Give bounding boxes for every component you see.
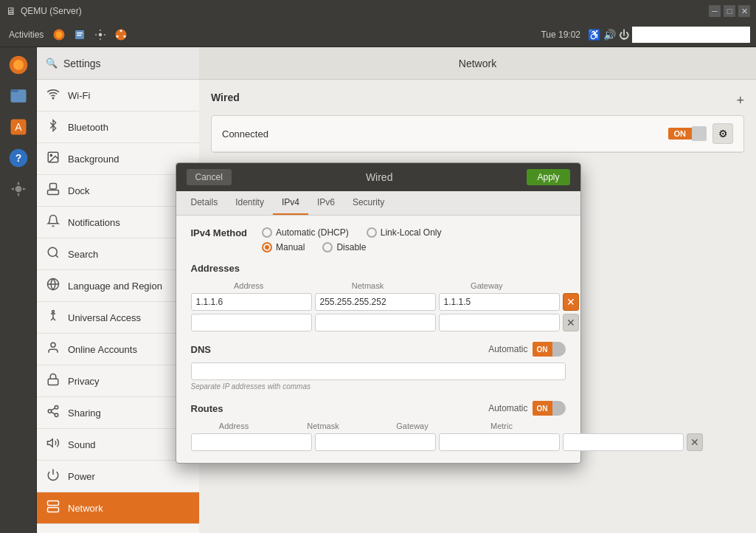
dock-appstore[interactable]: A — [4, 112, 33, 142]
sidebar-language-label: Language and Region — [68, 281, 162, 292]
routes-netmask-input[interactable] — [315, 433, 436, 451]
svg-rect-23 — [50, 184, 57, 190]
dialog-title: Wired — [232, 171, 527, 183]
address-input-2[interactable] — [191, 314, 312, 331]
svg-line-35 — [51, 408, 55, 410]
disable-radio[interactable] — [322, 242, 333, 252]
apply-button[interactable]: Apply — [527, 169, 569, 185]
col-gateway-label: Gateway — [429, 281, 544, 290]
routes-gateway-input[interactable] — [439, 433, 560, 451]
netmask-input-1[interactable] — [315, 293, 436, 311]
remove-row-1-button[interactable]: ✕ — [563, 293, 579, 311]
add-wired-button[interactable]: + — [736, 93, 744, 109]
activities-button[interactable]: Activities — [3, 27, 49, 43]
wired-settings-button[interactable]: ⚙ — [712, 123, 733, 144]
link-local-radio[interactable] — [367, 227, 377, 238]
bell-icon — [46, 214, 60, 230]
wired-section-title: Wired — [211, 92, 240, 103]
routes-toggle[interactable]: ON — [533, 401, 566, 416]
search-icon — [46, 246, 60, 262]
manual-radio[interactable] — [262, 242, 272, 252]
gateway-input-2[interactable] — [439, 314, 560, 331]
dns-hint: Separate IP addresses with commas — [191, 382, 566, 391]
sidebar-item-network[interactable]: Network — [37, 492, 199, 524]
method-row-1: Automatic (DHCP) Link-Local Only — [262, 227, 441, 238]
power-icon — [46, 468, 60, 484]
sidebar-accounts-label: Online Accounts — [68, 344, 137, 355]
dock-settings[interactable] — [4, 174, 33, 204]
taskbar-search-input[interactable] — [632, 27, 750, 43]
dialog-tabs: Details Identity IPv4 IPv6 Security — [176, 191, 580, 216]
network-icon — [46, 500, 60, 516]
dns-auto-label: Automatic — [488, 344, 527, 354]
svg-point-18 — [15, 186, 21, 193]
sidebar-bluetooth-label: Bluetooth — [68, 122, 108, 133]
svg-point-1 — [56, 31, 63, 38]
close-button[interactable]: ✕ — [738, 5, 750, 17]
svg-point-8 — [117, 35, 119, 37]
sidebar-notifications-label: Notifications — [68, 217, 120, 228]
method-link-local[interactable]: Link-Local Only — [367, 227, 442, 238]
svg-rect-30 — [48, 379, 58, 385]
minimize-button[interactable]: ─ — [709, 5, 721, 17]
address-input-1[interactable] — [191, 293, 312, 311]
routes-label: Routes — [191, 403, 489, 414]
sidebar-header-title: Settings — [63, 58, 101, 69]
ipv4-method-section: IPv4 Method Automatic (DHCP) Link-Local … — [191, 227, 566, 252]
method-manual[interactable]: Manual — [262, 242, 305, 252]
routes-metric-input[interactable] — [563, 433, 684, 451]
wired-card: Connected ON ⚙ — [211, 115, 744, 153]
dns-input[interactable] — [191, 362, 566, 380]
taskbar-icon-files[interactable] — [72, 27, 88, 43]
bluetooth-icon — [46, 119, 60, 135]
svg-rect-22 — [48, 190, 59, 195]
dock-firefox[interactable] — [4, 50, 33, 80]
gateway-input-1[interactable] — [439, 293, 560, 311]
taskbar-time-container: Tue 19:02 — [129, 30, 588, 40]
title-bar: 🖥 QEMU (Server) ─ □ ✕ — [0, 0, 756, 22]
maximize-button[interactable]: □ — [724, 5, 735, 17]
tab-identity[interactable]: Identity — [226, 191, 273, 215]
taskbar-icon-settings[interactable] — [92, 27, 108, 43]
routes-address-input[interactable] — [191, 433, 312, 451]
col-netmask-label: Netmask — [310, 281, 426, 290]
auto-dhcp-radio[interactable] — [262, 227, 272, 238]
dock-help[interactable]: ? — [4, 143, 33, 173]
tab-details[interactable]: Details — [182, 191, 227, 215]
cancel-button[interactable]: Cancel — [187, 169, 232, 185]
privacy-icon — [46, 373, 60, 389]
method-auto-dhcp[interactable]: Automatic (DHCP) — [262, 227, 349, 238]
routes-row-1: ✕ — [191, 433, 566, 451]
wifi-icon — [46, 87, 60, 103]
taskbar-time: Tue 19:02 — [533, 30, 588, 40]
dns-toggle[interactable]: ON — [533, 342, 566, 357]
taskbar-icon-firefox[interactable] — [51, 27, 67, 43]
method-disable[interactable]: Disable — [322, 242, 366, 252]
wired-card-header: Connected ON ⚙ — [212, 116, 743, 152]
routes-remove-button[interactable]: ✕ — [687, 433, 703, 451]
dns-toggle-slider — [552, 342, 566, 357]
sidebar-item-power[interactable]: Power — [37, 461, 199, 492]
toggle-on-label: ON — [668, 128, 693, 140]
wired-toggle[interactable]: ON — [668, 126, 707, 141]
power-icon: ⏻ — [619, 29, 629, 41]
dock-files[interactable] — [4, 81, 33, 111]
access-icon — [46, 309, 60, 326]
tab-ipv4[interactable]: IPv4 — [273, 191, 308, 215]
svg-point-24 — [48, 247, 57, 256]
netmask-input-2[interactable] — [315, 314, 436, 331]
taskbar-icon-ubuntu[interactable] — [113, 27, 129, 43]
sidebar-item-bluetooth[interactable]: Bluetooth — [37, 111, 199, 143]
addresses-section: Addresses Address Netmask Gateway ✕ ✕ — [191, 263, 566, 331]
tab-ipv6[interactable]: IPv6 — [308, 191, 344, 215]
sidebar-item-wifi[interactable]: Wi-Fi — [37, 80, 199, 111]
svg-rect-39 — [48, 508, 59, 512]
sidebar-privacy-label: Privacy — [68, 376, 100, 387]
svg-rect-3 — [77, 32, 83, 34]
tab-security[interactable]: Security — [344, 191, 393, 215]
sound-icon — [46, 436, 60, 453]
remove-row-2-button[interactable]: ✕ — [563, 314, 579, 331]
toggle-slider — [692, 126, 707, 141]
sidebar-sharing-label: Sharing — [68, 408, 101, 419]
svg-line-34 — [51, 412, 55, 414]
